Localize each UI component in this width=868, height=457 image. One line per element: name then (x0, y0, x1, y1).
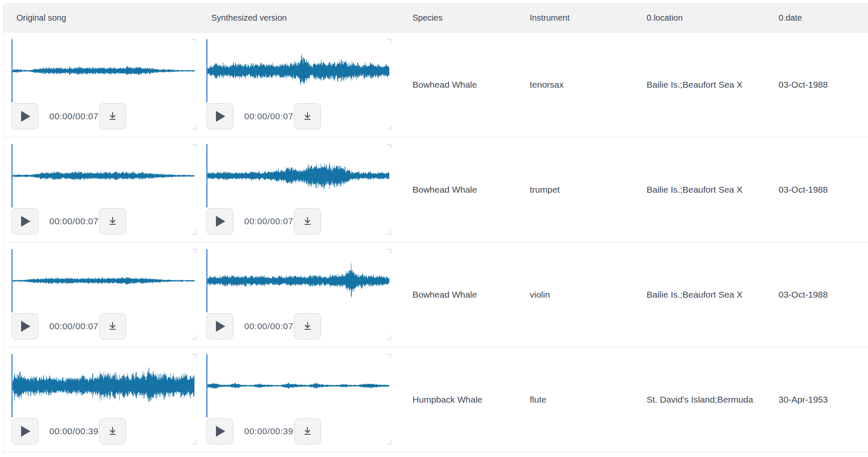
waveform[interactable] (206, 144, 389, 207)
waveform-canvas (206, 249, 389, 312)
playhead-cursor[interactable] (206, 39, 208, 102)
audio-controls: 00:00/00:07 (11, 208, 194, 234)
playhead-cursor[interactable] (11, 354, 13, 417)
cell-location: St. David's Island;Bermuda (634, 347, 766, 452)
download-button[interactable] (294, 103, 321, 129)
waveform[interactable] (206, 249, 389, 312)
play-icon (216, 321, 225, 332)
download-button[interactable] (99, 418, 126, 444)
download-icon (107, 321, 118, 332)
time-display: 00:00/00:07 (244, 111, 293, 121)
audio-player-synthesized: 00:00/00:39 (206, 354, 389, 444)
play-icon (216, 426, 225, 437)
cell-species: Bowhead Whale (400, 32, 517, 137)
cell-instrument: tenorsax (517, 32, 634, 137)
time-display: 00:00/00:39 (244, 426, 293, 436)
download-icon (302, 426, 313, 437)
table-row: 00:00/00:39 (4, 347, 868, 452)
download-icon (302, 321, 313, 332)
cell-date: 03-Oct-1988 (766, 137, 868, 242)
download-icon (107, 216, 118, 227)
corner-mark-bottom-right (192, 231, 196, 234)
download-button[interactable] (294, 208, 321, 234)
download-icon (107, 426, 118, 437)
cell-synthesized-version: 00:00/00:39 (199, 347, 400, 452)
play-button[interactable] (206, 418, 233, 444)
cell-species: Humpback Whale (400, 347, 517, 452)
cell-location: Bailie Is.;Beaufort Sea X (634, 137, 766, 242)
audio-player-original: 00:00/00:39 (11, 354, 194, 444)
cell-instrument: trumpet (517, 137, 634, 242)
audio-player-original: 00:00/00:07 (11, 144, 194, 234)
cell-synthesized-version: 00:00/00:07 (199, 32, 400, 137)
audio-controls: 00:00/00:07 (206, 208, 389, 234)
corner-mark-bottom-right (387, 231, 391, 234)
corner-mark-bottom-right (192, 441, 196, 444)
download-button[interactable] (294, 418, 321, 444)
waveform[interactable] (206, 354, 389, 417)
table-row: 00:00/00:07 (4, 137, 868, 242)
cell-date: 03-Oct-1988 (766, 242, 868, 347)
waveform[interactable] (11, 39, 194, 102)
time-display: 00:00/00:07 (244, 216, 293, 226)
download-button[interactable] (99, 208, 126, 234)
table-row: 00:00/00:07 (4, 242, 868, 347)
audio-player-synthesized: 00:00/00:07 (206, 144, 389, 234)
playhead-cursor[interactable] (11, 144, 13, 207)
audio-controls: 00:00/00:39 (206, 418, 389, 444)
play-icon (21, 426, 30, 437)
waveform-canvas (11, 39, 194, 102)
header-species: Species (400, 4, 517, 32)
table-row: 00:00/00:07 (4, 32, 868, 137)
audio-player-original: 00:00/00:07 (11, 39, 194, 129)
play-icon (21, 111, 30, 122)
cell-instrument: flute (517, 347, 634, 452)
cell-synthesized-version: 00:00/00:07 (199, 137, 400, 242)
cell-location: Bailie Is.;Beaufort Sea X (634, 32, 766, 137)
time-display: 00:00/00:07 (49, 216, 98, 226)
table-header-row: Original song Synthesized version Specie… (4, 4, 868, 32)
songs-table: Original song Synthesized version Specie… (3, 3, 868, 452)
playhead-cursor[interactable] (206, 354, 208, 417)
playhead-cursor[interactable] (11, 39, 13, 102)
play-button[interactable] (206, 313, 233, 339)
play-button[interactable] (11, 103, 38, 129)
waveform[interactable] (11, 354, 194, 417)
time-display: 00:00/00:07 (49, 111, 98, 121)
corner-mark-bottom-right (192, 336, 196, 339)
playhead-cursor[interactable] (11, 249, 13, 312)
time-display: 00:00/00:07 (244, 321, 293, 331)
corner-mark-bottom-right (387, 336, 391, 339)
play-button[interactable] (11, 313, 38, 339)
waveform[interactable] (206, 39, 389, 102)
play-button[interactable] (206, 208, 233, 234)
play-icon (216, 111, 225, 122)
play-button[interactable] (206, 103, 233, 129)
time-display: 00:00/00:07 (49, 321, 98, 331)
header-original-song: Original song (4, 4, 199, 32)
download-button[interactable] (294, 313, 321, 339)
audio-controls: 00:00/00:07 (11, 103, 194, 129)
playhead-cursor[interactable] (206, 144, 208, 207)
header-instrument: Instrument (517, 4, 634, 32)
play-icon (21, 321, 30, 332)
playhead-cursor[interactable] (206, 249, 208, 312)
play-button[interactable] (11, 208, 38, 234)
cell-date: 03-Oct-1988 (766, 32, 868, 137)
header-date: 0.date (766, 4, 868, 32)
audio-controls: 00:00/00:39 (11, 418, 194, 444)
waveform-canvas (206, 39, 389, 102)
play-button[interactable] (11, 418, 38, 444)
cell-species: Bowhead Whale (400, 137, 517, 242)
download-button[interactable] (99, 313, 126, 339)
corner-mark-bottom-right (387, 441, 391, 444)
play-icon (216, 216, 225, 227)
cell-original-song: 00:00/00:07 (4, 242, 199, 347)
audio-controls: 00:00/00:07 (206, 313, 389, 339)
download-button[interactable] (99, 103, 126, 129)
waveform[interactable] (11, 144, 194, 207)
waveform-canvas (11, 144, 194, 207)
waveform-canvas (11, 354, 194, 417)
waveform[interactable] (11, 249, 194, 312)
header-location: 0.location (634, 4, 766, 32)
